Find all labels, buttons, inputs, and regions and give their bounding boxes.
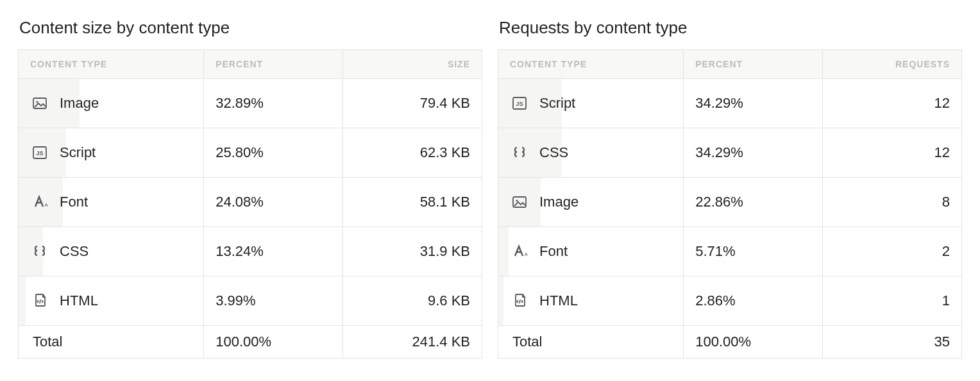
type-cell: CSS <box>498 128 684 178</box>
type-label: CSS <box>60 243 89 260</box>
percent-label: 22.86% <box>695 194 743 210</box>
table-total-row: Total 100.00% 241.4 KB <box>19 326 482 359</box>
percent-cell: 2.86% <box>684 276 823 326</box>
value-label: 12 <box>934 95 950 112</box>
percent-label: 25.80% <box>215 144 264 161</box>
percent-label: 24.08% <box>215 194 264 210</box>
percent-label: 13.24% <box>215 243 264 260</box>
value-label: 58.1 KB <box>420 194 470 210</box>
table-row: Image32.89%79.4 KB <box>19 79 482 128</box>
col-value: SIZE <box>343 50 482 79</box>
type-cell: Font <box>19 178 204 227</box>
panel-title: Content size by content type <box>19 18 482 38</box>
value-cell: 1 <box>823 276 962 326</box>
percent-label: 34.29% <box>695 144 743 161</box>
panel-content-size: Content size by content type CONTENT TYP… <box>18 18 482 359</box>
table-row: HTML2.86%1 <box>498 276 962 326</box>
percent-cell: 13.24% <box>204 227 343 276</box>
panel-title: Requests by content type <box>499 18 962 38</box>
col-value: REQUESTS <box>823 50 962 79</box>
table-row: Image22.86%8 <box>498 178 962 227</box>
table-row: Font5.71%2 <box>498 227 962 276</box>
percent-cell: 32.89% <box>204 79 343 128</box>
value-cell: 58.1 KB <box>343 178 482 227</box>
type-cell: Script <box>498 79 684 128</box>
percent-cell: 34.29% <box>684 128 823 178</box>
table-row: Script25.80%62.3 KB <box>19 128 482 178</box>
percent-cell: 25.80% <box>204 128 343 178</box>
value-label: 9.6 KB <box>428 292 470 309</box>
table-header-row: CONTENT TYPE PERCENT REQUESTS <box>498 50 962 79</box>
percent-cell: 34.29% <box>684 79 823 128</box>
percent-label: 5.71% <box>695 243 735 260</box>
percent-cell: 5.71% <box>684 227 823 276</box>
total-label: Total <box>512 334 542 350</box>
value-cell: 12 <box>823 79 962 128</box>
image-icon <box>510 192 529 212</box>
report-root: Content size by content type CONTENT TYP… <box>0 0 980 371</box>
type-label: Script <box>539 95 575 112</box>
type-label: CSS <box>539 144 568 161</box>
js-icon <box>510 94 529 113</box>
value-cell: 62.3 KB <box>343 128 482 178</box>
table-header-row: CONTENT TYPE PERCENT SIZE <box>19 50 482 79</box>
type-cell: Script <box>19 128 204 178</box>
table-row: Font24.08%58.1 KB <box>19 178 482 227</box>
html-icon <box>510 291 529 310</box>
table-row: HTML3.99%9.6 KB <box>19 276 482 326</box>
percent-label: 3.99% <box>215 292 255 309</box>
percent-label: 32.89% <box>215 95 264 112</box>
font-icon <box>510 242 529 261</box>
col-percent: PERCENT <box>204 50 343 79</box>
html-icon <box>30 291 49 310</box>
type-label: Image <box>60 95 99 112</box>
type-label: Font <box>539 243 568 260</box>
value-cell: 2 <box>823 227 962 276</box>
total-value: 35 <box>934 334 950 350</box>
percent-cell: 22.86% <box>684 178 823 227</box>
value-label: 12 <box>934 144 950 161</box>
col-percent: PERCENT <box>684 50 823 79</box>
table-row: CSS34.29%12 <box>498 128 962 178</box>
type-cell: HTML <box>498 276 684 326</box>
percent-cell: 24.08% <box>204 178 343 227</box>
table-body: Image32.89%79.4 KBScript25.80%62.3 KBFon… <box>19 79 482 326</box>
total-label: Total <box>33 334 62 350</box>
value-cell: 12 <box>823 128 962 178</box>
table-total-row: Total 100.00% 35 <box>498 326 962 359</box>
value-cell: 79.4 KB <box>343 79 482 128</box>
type-label: Script <box>60 144 96 161</box>
value-cell: 31.9 KB <box>343 227 482 276</box>
col-content-type: CONTENT TYPE <box>498 50 684 79</box>
percent-label: 34.29% <box>695 95 743 112</box>
type-cell: Font <box>498 227 684 276</box>
table-body: Script34.29%12CSS34.29%12Image22.86%8Fon… <box>498 79 962 326</box>
percent-label: 2.86% <box>695 292 735 309</box>
table-row: Script34.29%12 <box>498 79 962 128</box>
type-cell: CSS <box>19 227 204 276</box>
image-icon <box>30 94 49 113</box>
type-label: HTML <box>60 292 98 309</box>
value-cell: 9.6 KB <box>343 276 482 326</box>
css-icon <box>30 242 49 261</box>
requests-table: CONTENT TYPE PERCENT REQUESTS Script34.2… <box>498 49 962 359</box>
total-percent: 100.00% <box>215 334 271 350</box>
panel-requests: Requests by content type CONTENT TYPE PE… <box>498 18 962 359</box>
value-cell: 8 <box>823 178 962 227</box>
value-label: 8 <box>942 194 950 210</box>
js-icon <box>30 143 49 162</box>
value-label: 1 <box>942 292 950 309</box>
percent-cell: 3.99% <box>204 276 343 326</box>
content-size-table: CONTENT TYPE PERCENT SIZE Image32.89%79.… <box>18 49 482 359</box>
type-cell: HTML <box>19 276 204 326</box>
total-value: 241.4 KB <box>412 334 470 350</box>
type-label: Image <box>539 194 579 210</box>
type-label: HTML <box>539 292 578 309</box>
value-label: 79.4 KB <box>420 95 470 112</box>
type-cell: Image <box>498 178 684 227</box>
value-label: 31.9 KB <box>420 243 470 260</box>
font-icon <box>30 192 49 212</box>
table-row: CSS13.24%31.9 KB <box>19 227 482 276</box>
col-content-type: CONTENT TYPE <box>19 50 204 79</box>
type-label: Font <box>60 194 88 210</box>
